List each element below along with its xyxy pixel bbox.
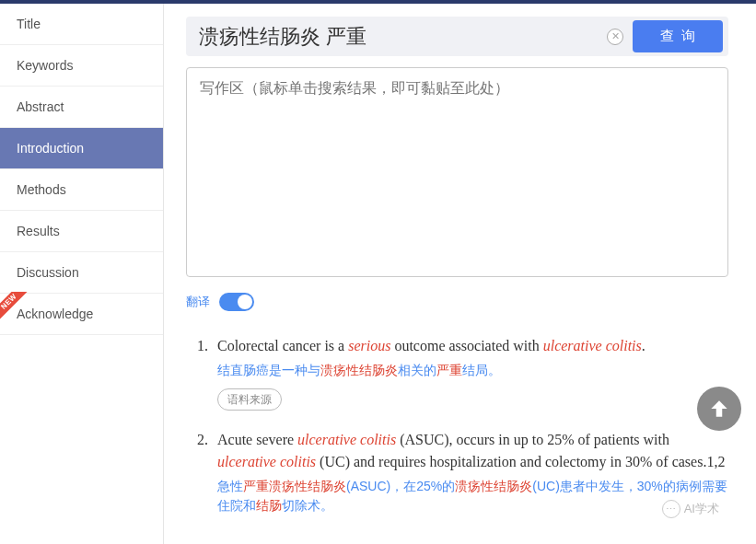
clear-icon[interactable]: ✕ bbox=[607, 29, 623, 45]
sidebar-item-results[interactable]: Results bbox=[0, 211, 163, 252]
sidebar-item-abstract[interactable]: Abstract bbox=[0, 87, 163, 128]
search-bar: ✕ 查询 bbox=[186, 17, 728, 56]
results-list: 1. Colorectal cancer is a serious outcom… bbox=[186, 335, 728, 523]
translate-label: 翻译 bbox=[186, 294, 210, 310]
result-en: Colorectal cancer is a serious outcome a… bbox=[217, 335, 728, 357]
source-button[interactable]: 语料来源 bbox=[217, 388, 282, 411]
watermark: ⋯ AI学术 bbox=[662, 500, 719, 518]
watermark-text: AI学术 bbox=[684, 501, 719, 517]
sidebar-item-title[interactable]: Title bbox=[0, 4, 163, 45]
translate-toggle[interactable] bbox=[219, 293, 254, 311]
sidebar-item-acknowledge[interactable]: NEW Acknowledge bbox=[0, 294, 163, 335]
query-button[interactable]: 查询 bbox=[633, 20, 723, 52]
sidebar-item-methods[interactable]: Methods bbox=[0, 169, 163, 211]
search-input[interactable] bbox=[199, 25, 607, 49]
sidebar-item-keywords[interactable]: Keywords bbox=[0, 45, 163, 87]
app-layout: Title Keywords Abstract Introduction Met… bbox=[0, 4, 756, 544]
result-number: 1. bbox=[186, 335, 208, 411]
write-area[interactable] bbox=[186, 67, 728, 277]
sidebar-item-label: Acknowledge bbox=[17, 307, 93, 321]
scroll-top-button[interactable] bbox=[697, 387, 741, 431]
sidebar: Title Keywords Abstract Introduction Met… bbox=[0, 4, 164, 544]
result-item[interactable]: 2. Acute severe ulcerative colitis (ASUC… bbox=[186, 429, 728, 523]
result-number: 2. bbox=[186, 429, 208, 523]
result-body: Acute severe ulcerative colitis (ASUC), … bbox=[217, 429, 728, 523]
watermark-icon: ⋯ bbox=[662, 500, 680, 518]
result-body: Colorectal cancer is a serious outcome a… bbox=[217, 335, 728, 411]
translate-row: 翻译 bbox=[186, 293, 728, 311]
sidebar-item-introduction[interactable]: Introduction bbox=[0, 128, 163, 169]
result-item[interactable]: 1. Colorectal cancer is a serious outcom… bbox=[186, 335, 728, 411]
sidebar-item-discussion[interactable]: Discussion bbox=[0, 252, 163, 294]
result-zh: 结直肠癌是一种与溃疡性结肠炎相关的严重结局。 bbox=[217, 361, 728, 380]
result-en: Acute severe ulcerative colitis (ASUC), … bbox=[217, 429, 728, 473]
arrow-up-icon bbox=[707, 397, 731, 421]
main-panel: ✕ 查询 翻译 1. Colorectal cancer is a seriou… bbox=[164, 4, 756, 544]
result-zh: 急性严重溃疡性结肠炎(ASUC)，在25%的溃疡性结肠炎(UC)患者中发生，30… bbox=[217, 477, 728, 515]
